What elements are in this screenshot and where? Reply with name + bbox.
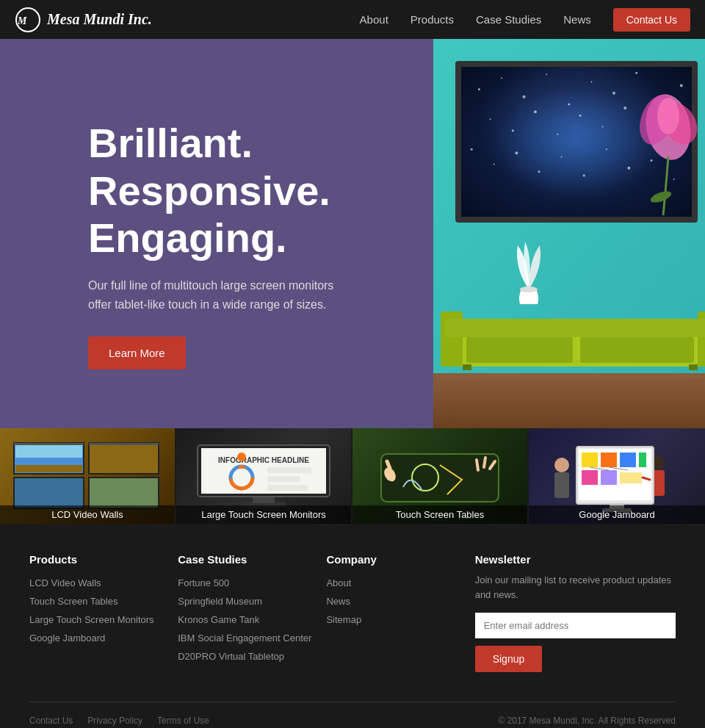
footer-link-news[interactable]: News [326, 596, 460, 607]
footer-company-heading: Company [326, 553, 460, 566]
hero-flower [635, 90, 701, 226]
footer-privacy-link[interactable]: Privacy Policy [87, 716, 142, 726]
svg-rect-85 [639, 453, 646, 467]
footer-link-lcd[interactable]: LCD Video Walls [29, 577, 163, 588]
svg-rect-86 [582, 470, 598, 485]
footer-link-d20pro[interactable]: D20PRO Virtual Tabletop [178, 651, 311, 662]
svg-rect-65 [267, 467, 311, 473]
footer-contact-link[interactable]: Contact Us [29, 716, 73, 726]
svg-line-74 [484, 458, 485, 467]
svg-rect-51 [14, 477, 84, 508]
svg-point-15 [534, 110, 537, 113]
svg-rect-52 [89, 477, 159, 508]
svg-point-9 [612, 92, 615, 95]
footer-products-col: Products LCD Video Walls Touch Screen Ta… [29, 553, 163, 672]
svg-text:M: M [17, 15, 27, 26]
svg-point-4 [501, 77, 502, 79]
svg-point-35 [657, 98, 679, 134]
product-grid: LCD Video Walls INFOGRAPHIC HEADLINE [0, 428, 705, 524]
svg-line-48 [433, 408, 705, 410]
svg-rect-67 [267, 485, 308, 491]
svg-rect-83 [601, 453, 617, 467]
svg-rect-44 [689, 364, 698, 370]
newsletter-email-input[interactable] [475, 613, 676, 638]
product-item-lcd[interactable]: LCD Video Walls [0, 428, 176, 524]
header-contact-button[interactable]: Contact Us [613, 8, 690, 32]
footer-newsletter-desc: Join our mailing list to receive product… [475, 573, 676, 602]
lcd-video-wall-image [7, 439, 168, 513]
svg-point-17 [579, 115, 582, 117]
svg-point-8 [590, 81, 592, 82]
logo-text: Mesa Mundi Inc. [47, 11, 152, 28]
svg-rect-66 [267, 476, 300, 482]
footer-copyright: © 2017 Mesa Mundi, Inc. All Rights Reser… [498, 716, 676, 726]
svg-point-19 [623, 107, 626, 109]
product-label-jamboard: Google Jamboard [529, 505, 705, 524]
svg-point-3 [478, 88, 480, 90]
nav-products[interactable]: Products [411, 13, 454, 26]
product-item-touch-monitor[interactable]: INFOGRAPHIC HEADLINE Large Touch Screen … [176, 428, 352, 524]
footer-case-studies-heading: Case Studies [178, 553, 311, 566]
svg-rect-88 [620, 472, 642, 483]
svg-line-46 [433, 381, 705, 384]
product-label-lcd: LCD Video Walls [0, 505, 175, 524]
footer-top: Products LCD Video Walls Touch Screen Ta… [29, 553, 676, 702]
svg-point-27 [583, 174, 585, 176]
svg-point-45 [520, 286, 538, 292]
footer: Products LCD Video Walls Touch Screen Ta… [0, 524, 705, 728]
hero-line3: Engaging. [88, 215, 287, 261]
touch-table-image [359, 439, 521, 513]
hero-vase [507, 238, 551, 314]
svg-point-68 [237, 453, 246, 461]
footer-link-ibm[interactable]: IBM Social Engagement Center [178, 633, 311, 644]
svg-point-24 [515, 151, 518, 154]
svg-point-29 [627, 167, 630, 170]
svg-rect-69 [381, 454, 499, 502]
footer-link-kronos[interactable]: Kronos Game Tank [178, 614, 311, 625]
hero-line2: Responsive. [88, 167, 330, 214]
signup-button[interactable]: Signup [475, 646, 543, 672]
learn-more-button[interactable]: Learn More [88, 336, 186, 370]
svg-point-14 [512, 129, 514, 131]
nav-news[interactable]: News [563, 13, 591, 26]
svg-rect-41 [466, 337, 573, 363]
footer-link-springfield[interactable]: Springfield Museum [178, 596, 311, 607]
footer-link-about[interactable]: About [326, 577, 460, 588]
hero-couch [441, 304, 705, 373]
svg-point-28 [606, 148, 607, 150]
nav-case-studies[interactable]: Case Studies [476, 13, 541, 26]
footer-products-heading: Products [29, 553, 163, 566]
header: M Mesa Mundi Inc. About Products Case St… [0, 0, 705, 39]
footer-link-large-monitors[interactable]: Large Touch Screen Monitors [29, 614, 163, 625]
footer-link-touch-tables[interactable]: Touch Screen Tables [29, 596, 163, 607]
svg-point-22 [471, 148, 473, 151]
svg-point-36 [649, 189, 673, 205]
svg-rect-87 [601, 470, 617, 485]
hero-description: Our full line of multitouch large screen… [88, 276, 352, 314]
logo[interactable]: M Mesa Mundi Inc. [15, 7, 152, 33]
svg-rect-77 [554, 472, 569, 498]
svg-point-76 [554, 458, 569, 472]
footer-bottom: Contact Us Privacy Policy Terms of Use ©… [29, 702, 676, 728]
svg-point-5 [523, 95, 526, 98]
svg-point-16 [557, 134, 558, 135]
svg-point-13 [490, 118, 491, 120]
svg-rect-42 [580, 337, 694, 363]
footer-link-jamboard[interactable]: Google Jamboard [29, 633, 163, 644]
svg-rect-43 [463, 364, 471, 370]
svg-rect-56 [14, 443, 84, 445]
touch-monitor-image: INFOGRAPHIC HEADLINE [183, 439, 344, 513]
footer-terms-link[interactable]: Terms of Use [157, 716, 209, 726]
footer-newsletter-heading: Newsletter [475, 553, 676, 566]
main-nav: About Products Case Studies News Contact… [360, 8, 690, 32]
product-item-table[interactable]: Touch Screen Tables [352, 428, 529, 524]
product-item-jamboard[interactable]: Google Jamboard [529, 428, 705, 524]
nav-about[interactable]: About [360, 13, 388, 26]
hero-left: Brilliant. Responsive. Engaging. Our ful… [0, 39, 433, 428]
footer-link-fortune500[interactable]: Fortune 500 [178, 577, 311, 588]
footer-link-sitemap[interactable]: Sitemap [326, 614, 460, 625]
svg-point-26 [561, 156, 563, 157]
svg-rect-55 [15, 465, 82, 472]
svg-rect-84 [620, 453, 636, 467]
svg-point-23 [494, 164, 495, 165]
